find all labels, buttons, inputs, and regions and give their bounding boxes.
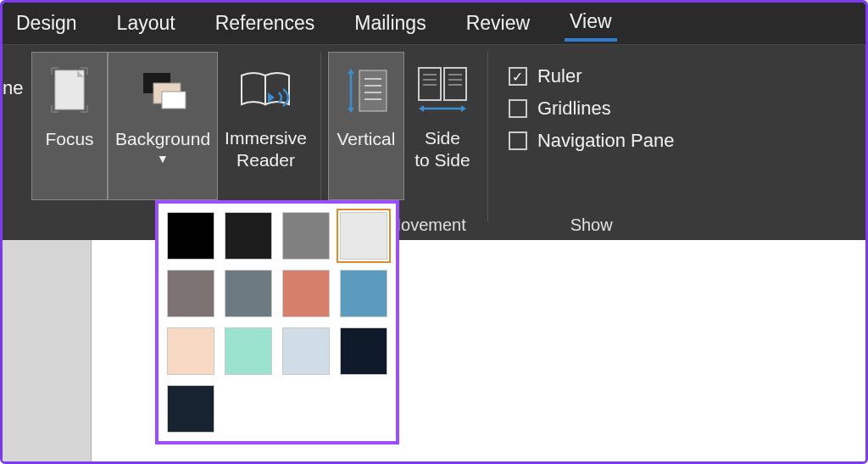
tab-layout[interactable]: Layout — [112, 7, 181, 40]
truncated-group-label: ne — [3, 52, 28, 99]
color-swatch[interactable] — [282, 327, 330, 375]
background-color-palette — [155, 200, 399, 444]
tab-mailings[interactable]: Mailings — [349, 7, 431, 40]
tab-view[interactable]: View — [565, 5, 616, 42]
checkbox-icon — [509, 131, 527, 150]
color-swatch[interactable] — [225, 327, 272, 375]
color-swatch[interactable] — [167, 212, 214, 260]
immersive-label-2: Reader — [236, 149, 295, 171]
vertical-label: Vertical — [337, 128, 395, 150]
immersive-reader-button[interactable]: Immersive Reader — [218, 52, 314, 200]
svg-rect-5 — [359, 70, 387, 111]
color-swatch[interactable] — [167, 385, 214, 433]
color-swatch[interactable] — [225, 212, 272, 260]
ribbon-tabs: Design Layout References Mailings Review… — [3, 3, 865, 45]
group-divider — [320, 52, 321, 221]
color-swatch[interactable] — [167, 270, 214, 317]
navigation-sidebar — [3, 240, 92, 461]
side-label-1: Side — [425, 127, 460, 149]
focus-icon — [48, 59, 91, 123]
color-swatch[interactable] — [340, 327, 387, 375]
color-swatch[interactable] — [340, 270, 387, 317]
background-button[interactable]: Background ▼ — [108, 52, 218, 200]
ruler-label: Ruler — [537, 65, 582, 87]
tab-review[interactable]: Review — [461, 7, 535, 40]
side-label-2: to Side — [415, 149, 470, 171]
document-area — [3, 240, 865, 461]
color-swatch[interactable] — [225, 270, 272, 317]
checkbox-icon — [509, 67, 527, 86]
book-audio-icon — [236, 59, 296, 122]
tab-references[interactable]: References — [210, 7, 320, 40]
show-group-label: Show — [509, 215, 674, 240]
svg-rect-10 — [419, 68, 441, 100]
svg-rect-3 — [162, 92, 186, 109]
svg-rect-11 — [444, 68, 466, 100]
navigation-pane-checkbox[interactable]: Navigation Pane — [509, 125, 674, 157]
chevron-down-icon: ▼ — [157, 152, 169, 167]
color-swatch[interactable] — [282, 212, 330, 260]
navigation-label: Navigation Pane — [537, 130, 674, 152]
background-label: Background — [115, 128, 210, 150]
checkbox-icon — [509, 99, 527, 118]
vertical-button[interactable]: Vertical — [328, 52, 404, 200]
side-to-side-icon — [412, 59, 473, 122]
gridlines-checkbox[interactable]: Gridlines — [509, 92, 674, 125]
group-show: Ruler Gridlines Navigation Pane Show — [492, 52, 691, 240]
ribbon-content: ne Focus Background ▼ Immersive — [3, 45, 865, 240]
color-swatch[interactable] — [340, 212, 387, 260]
focus-label: Focus — [45, 128, 93, 150]
tab-design[interactable]: Design — [11, 7, 82, 40]
focus-button[interactable]: Focus — [31, 52, 108, 200]
vertical-page-icon — [342, 59, 390, 123]
group-divider-2 — [487, 52, 488, 221]
gridlines-label: Gridlines — [537, 98, 611, 120]
color-swatch[interactable] — [167, 327, 214, 375]
ruler-checkbox[interactable]: Ruler — [509, 60, 674, 92]
side-to-side-button[interactable]: Side to Side — [404, 52, 481, 200]
color-swatch[interactable] — [282, 270, 330, 317]
immersive-label-1: Immersive — [225, 127, 307, 149]
background-icon — [136, 59, 189, 123]
